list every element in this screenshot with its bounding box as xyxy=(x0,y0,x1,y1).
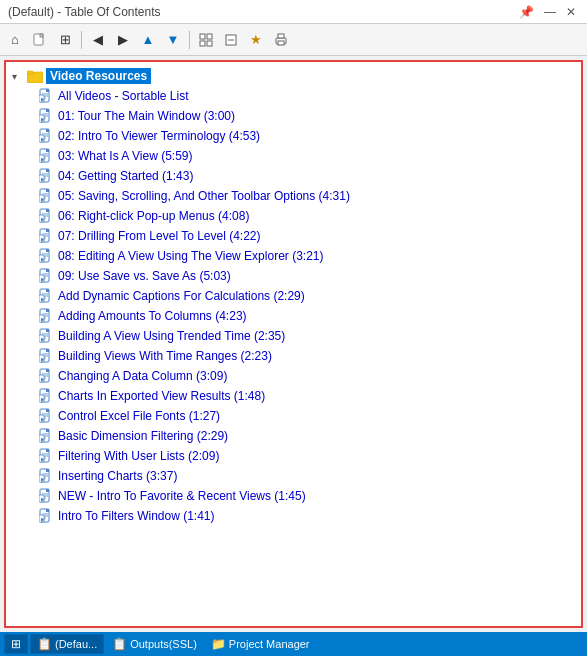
back-button[interactable]: ◀ xyxy=(87,29,109,51)
title-text: (Default) - Table Of Contents xyxy=(8,5,161,19)
tree-item[interactable]: ▶ 02: Intro To Viewer Terminology (4:53) xyxy=(36,126,579,146)
svg-marker-133 xyxy=(46,429,49,432)
tree-item-label: 02: Intro To Viewer Terminology (4:53) xyxy=(58,129,260,143)
tree-panel[interactable]: ▾ Video Resources ▶ All Videos - Sortabl… xyxy=(4,60,583,628)
tree-item[interactable]: ▶ 03: What Is A View (5:59) xyxy=(36,146,579,166)
tree-item[interactable]: ▶ 05: Saving, Scrolling, And Other Toolb… xyxy=(36,186,579,206)
svg-marker-147 xyxy=(46,469,49,472)
svg-rect-10 xyxy=(278,41,284,45)
taskbar-icon: ⊞ xyxy=(11,637,21,651)
tree-item[interactable]: ▶ Building Views With Time Ranges (2:23) xyxy=(36,346,579,366)
tree-item[interactable]: ▶ Basic Dimension Filtering (2:29) xyxy=(36,426,579,446)
svg-text:▶: ▶ xyxy=(41,196,45,202)
collapse-button[interactable] xyxy=(220,29,242,51)
document-icon: ▶ xyxy=(38,388,54,404)
svg-text:▶: ▶ xyxy=(41,476,45,482)
tree-item-label: Add Dynamic Captions For Calculations (2… xyxy=(58,289,305,303)
tree-item[interactable]: ▶ 06: Right-click Pop-up Menus (4:08) xyxy=(36,206,579,226)
taskbar-status-item[interactable]: ⊞ xyxy=(4,634,28,654)
tree-item-label: 08: Editing A View Using The View Explor… xyxy=(58,249,323,263)
defau-tab-icon: 📋 xyxy=(37,637,52,651)
document-icon: ▶ xyxy=(38,448,54,464)
tree-item[interactable]: ▶ Add Dynamic Captions For Calculations … xyxy=(36,286,579,306)
document-icon: ▶ xyxy=(38,208,54,224)
bookmark-button[interactable]: ★ xyxy=(245,29,267,51)
tree-item-label: 07: Drilling From Level To Level (4:22) xyxy=(58,229,261,243)
svg-text:▶: ▶ xyxy=(41,276,45,282)
tree-item[interactable]: ▶ Inserting Charts (3:37) xyxy=(36,466,579,486)
print-button[interactable] xyxy=(270,29,292,51)
down-button[interactable]: ▼ xyxy=(162,29,184,51)
up-button[interactable]: ▲ xyxy=(137,29,159,51)
svg-text:▶: ▶ xyxy=(41,96,45,102)
tree-item[interactable]: ▶ Building A View Using Trended Time (2:… xyxy=(36,326,579,346)
tree-item[interactable]: ▶ 09: Use Save vs. Save As (5:03) xyxy=(36,266,579,286)
document-icon: ▶ xyxy=(38,308,54,324)
svg-text:▶: ▶ xyxy=(41,336,45,342)
svg-text:▶: ▶ xyxy=(41,156,45,162)
svg-rect-1 xyxy=(40,34,43,37)
tree-item[interactable]: ▶ NEW - Intro To Favorite & Recent Views… xyxy=(36,486,579,506)
defau-tab-item[interactable]: 📋 (Defau... xyxy=(30,634,104,654)
tree-item-label: Control Excel File Fonts (1:27) xyxy=(58,409,220,423)
tree-item[interactable]: ▶ 08: Editing A View Using The View Expl… xyxy=(36,246,579,266)
svg-marker-154 xyxy=(46,489,49,492)
svg-marker-21 xyxy=(46,109,49,112)
main-area: ▾ Video Resources ▶ All Videos - Sortabl… xyxy=(0,56,587,632)
grid-button[interactable]: ⊞ xyxy=(54,29,76,51)
minimize-icon[interactable]: — xyxy=(541,5,559,19)
document-icon: ▶ xyxy=(38,428,54,444)
pin-icon[interactable]: 📌 xyxy=(516,5,537,19)
svg-rect-4 xyxy=(200,41,205,46)
close-icon[interactable]: ✕ xyxy=(563,5,579,19)
separator-1 xyxy=(81,31,82,49)
tree-item[interactable]: ▶ Control Excel File Fonts (1:27) xyxy=(36,406,579,426)
project-manager-icon: 📁 xyxy=(211,637,226,651)
project-manager-tab-item[interactable]: 📁 Project Manager xyxy=(205,635,316,653)
tree-item-label: 01: Tour The Main Window (3:00) xyxy=(58,109,235,123)
document-icon: ▶ xyxy=(38,488,54,504)
tree-item[interactable]: ▶ 07: Drilling From Level To Level (4:22… xyxy=(36,226,579,246)
tree-item[interactable]: ▶ 04: Getting Started (1:43) xyxy=(36,166,579,186)
tree-item[interactable]: ▶ All Videos - Sortable List xyxy=(36,86,579,106)
tree-toggle[interactable]: ▾ xyxy=(12,71,24,82)
svg-text:▶: ▶ xyxy=(41,436,45,442)
outputs-tab-item[interactable]: 📋 Outputs(SSL) xyxy=(106,635,203,653)
svg-marker-70 xyxy=(46,249,49,252)
tree-item[interactable]: ▶ 01: Tour The Main Window (3:00) xyxy=(36,106,579,126)
svg-marker-105 xyxy=(46,349,49,352)
document-icon: ▶ xyxy=(38,288,54,304)
svg-marker-126 xyxy=(46,409,49,412)
tree-item[interactable]: ▶ Intro To Filters Window (1:41) xyxy=(36,506,579,526)
forward-button[interactable]: ▶ xyxy=(112,29,134,51)
folder-icon xyxy=(27,68,43,84)
new-button[interactable] xyxy=(29,29,51,51)
svg-marker-28 xyxy=(46,129,49,132)
tree-item-label: All Videos - Sortable List xyxy=(58,89,189,103)
svg-text:▶: ▶ xyxy=(41,496,45,502)
tree-item[interactable]: ▶ Charts In Exported View Results (1:48) xyxy=(36,386,579,406)
document-icon: ▶ xyxy=(38,188,54,204)
tree-category[interactable]: ▾ Video Resources xyxy=(8,66,579,86)
tree-item-label: Basic Dimension Filtering (2:29) xyxy=(58,429,228,443)
tree-item[interactable]: ▶ Filtering With User Lists (2:09) xyxy=(36,446,579,466)
document-icon: ▶ xyxy=(38,348,54,364)
expand-button[interactable] xyxy=(195,29,217,51)
svg-text:▶: ▶ xyxy=(41,216,45,222)
tree-item-label: 05: Saving, Scrolling, And Other Toolbar… xyxy=(58,189,350,203)
tree-item-label: NEW - Intro To Favorite & Recent Views (… xyxy=(58,489,306,503)
status-bar: ⊞ 📋 (Defau... 📋 Outputs(SSL) 📁 Project M… xyxy=(0,632,587,656)
document-icon: ▶ xyxy=(38,168,54,184)
svg-rect-3 xyxy=(207,34,212,39)
category-label: Video Resources xyxy=(46,68,151,84)
svg-marker-98 xyxy=(46,329,49,332)
svg-rect-5 xyxy=(207,41,212,46)
home-button[interactable]: ⌂ xyxy=(4,29,26,51)
document-icon: ▶ xyxy=(38,228,54,244)
svg-rect-9 xyxy=(278,34,284,38)
tree-item[interactable]: ▶ Adding Amounts To Columns (4:23) xyxy=(36,306,579,326)
svg-text:▶: ▶ xyxy=(41,356,45,362)
document-icon: ▶ xyxy=(38,108,54,124)
tree-item[interactable]: ▶ Changing A Data Column (3:09) xyxy=(36,366,579,386)
svg-text:▶: ▶ xyxy=(41,516,45,522)
